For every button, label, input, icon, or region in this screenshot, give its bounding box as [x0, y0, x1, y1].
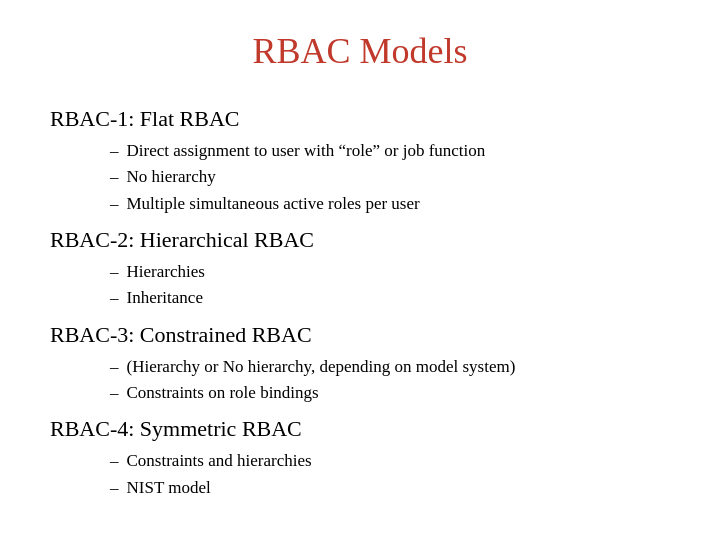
bullet-list-3: Constraints and hierarchiesNIST model — [110, 448, 670, 501]
sections-container: RBAC-1: Flat RBACDirect assignment to us… — [50, 96, 670, 505]
bullet-item-0-0: Direct assignment to user with “role” or… — [110, 138, 670, 164]
bullet-item-1-0: Hierarchies — [110, 259, 670, 285]
page: RBAC Models RBAC-1: Flat RBACDirect assi… — [0, 0, 720, 540]
bullet-list-0: Direct assignment to user with “role” or… — [110, 138, 670, 217]
section-heading-0: RBAC-1: Flat RBAC — [50, 106, 670, 132]
bullet-list-1: HierarchiesInheritance — [110, 259, 670, 312]
bullet-list-2: (Hierarchy or No hierarchy, depending on… — [110, 354, 670, 407]
section-heading-3: RBAC-4: Symmetric RBAC — [50, 416, 670, 442]
bullet-item-1-1: Inheritance — [110, 285, 670, 311]
bullet-item-2-1: Constraints on role bindings — [110, 380, 670, 406]
bullet-item-0-1: No hierarchy — [110, 164, 670, 190]
bullet-item-0-2: Multiple simultaneous active roles per u… — [110, 191, 670, 217]
bullet-item-3-1: NIST model — [110, 475, 670, 501]
page-title: RBAC Models — [50, 30, 670, 72]
section-heading-2: RBAC-3: Constrained RBAC — [50, 322, 670, 348]
section-heading-1: RBAC-2: Hierarchical RBAC — [50, 227, 670, 253]
bullet-item-2-0: (Hierarchy or No hierarchy, depending on… — [110, 354, 670, 380]
bullet-item-3-0: Constraints and hierarchies — [110, 448, 670, 474]
